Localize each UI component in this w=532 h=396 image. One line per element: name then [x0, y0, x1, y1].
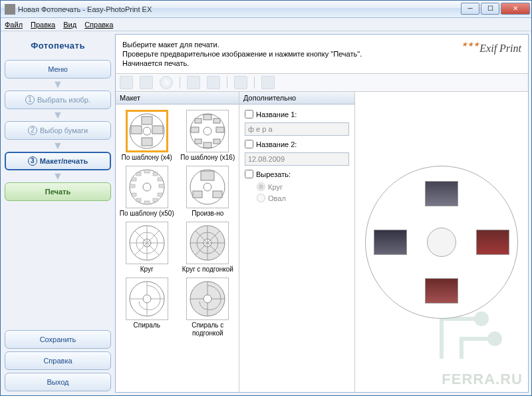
svg-rect-22	[136, 172, 141, 176]
svg-rect-23	[153, 172, 158, 176]
layout-item-spiral-fit[interactable]: Спираль с подгонкой	[178, 276, 238, 339]
toolbar-icon[interactable]	[261, 76, 275, 89]
app-icon	[5, 4, 15, 15]
layout-label: По шаблону (x50)	[120, 210, 174, 218]
close-button[interactable]: ✕	[501, 3, 530, 15]
toolbar-icon[interactable]	[140, 76, 153, 89]
svg-rect-8	[203, 114, 211, 120]
arrow-down-icon: ▼	[3, 172, 112, 181]
disc-image-top	[425, 181, 458, 206]
svg-rect-29	[158, 193, 162, 196]
disc-preview	[365, 166, 518, 319]
radio-circle[interactable]	[257, 182, 265, 191]
instruction-line: Начинается печать.	[122, 59, 521, 68]
titlebar: Новая Фотопечать - Easy-PhotoPrint EX ─ …	[1, 1, 531, 18]
preview-panel: FERRA.RU	[355, 92, 528, 392]
maximize-button[interactable]: ☐	[481, 3, 499, 15]
layout-item-x4[interactable]: По шаблону (x4)	[117, 108, 177, 163]
title1-checkbox-row[interactable]: Название 1:	[245, 110, 349, 118]
step-2-button[interactable]: 2Выбор бумаги	[5, 121, 111, 140]
svg-point-1	[143, 127, 151, 135]
layout-item-circle[interactable]: Круг	[117, 220, 177, 275]
disc-image-bottom	[425, 278, 458, 303]
svg-rect-12	[195, 118, 201, 123]
svg-rect-25	[153, 198, 158, 202]
radio-circle-row[interactable]: Круг	[257, 182, 349, 191]
crop-checkbox[interactable]	[245, 170, 253, 178]
toolbar-icon[interactable]	[187, 76, 200, 89]
layout-label: Спираль	[134, 321, 160, 329]
toolbar-icon[interactable]	[120, 76, 133, 89]
menu-edit[interactable]: Правка	[31, 21, 55, 29]
layout-label: Произв-но	[192, 210, 223, 218]
title2-checkbox[interactable]	[245, 140, 253, 148]
main-panel: Выберите макет для печати. Проверьте пре…	[115, 34, 529, 393]
svg-rect-3	[142, 138, 152, 146]
sidebar-title: Фотопечать	[3, 34, 112, 57]
disc-hole	[427, 228, 456, 257]
layout-item-x16[interactable]: По шаблону (x16)	[178, 108, 238, 163]
menu-help[interactable]: Справка	[84, 21, 113, 29]
layout-label: Спираль с подгонкой	[180, 321, 237, 337]
toolbar-icon[interactable]	[207, 76, 220, 89]
svg-point-61	[476, 313, 487, 324]
menu-button[interactable]: Меню	[5, 60, 111, 79]
crop-label: Вырезать:	[256, 170, 291, 178]
arrow-down-icon: ▼	[3, 141, 112, 150]
radio-oval-row[interactable]: Овал	[257, 194, 349, 202]
layout-item-custom[interactable]: Произв-но	[178, 164, 238, 219]
radio-oval[interactable]	[257, 194, 265, 202]
svg-rect-18	[144, 170, 150, 173]
app-window: Новая Фотопечать - Easy-PhotoPrint EX ─ …	[0, 0, 532, 396]
toolbar	[116, 73, 528, 92]
layout-item-x50[interactable]: По шаблону (x50)	[117, 164, 177, 219]
menu-file[interactable]: Файл	[5, 21, 23, 29]
svg-rect-32	[201, 171, 214, 180]
title2-input[interactable]	[245, 152, 349, 166]
arrow-down-icon: ▼	[3, 80, 112, 89]
save-button[interactable]: Сохранить	[5, 330, 111, 349]
layout-label: Круг с подгонкой	[182, 266, 233, 274]
menubar: Файл Правка Вид Справка	[1, 18, 531, 31]
svg-point-62	[489, 333, 500, 344]
menu-view[interactable]: Вид	[63, 21, 76, 29]
svg-rect-21	[159, 184, 164, 188]
title2-checkbox-row[interactable]: Название 2:	[245, 140, 349, 148]
step-1-button[interactable]: 1Выбрать изобр.	[5, 91, 111, 109]
svg-rect-9	[203, 142, 211, 148]
window-title: Новая Фотопечать - Easy-PhotoPrint EX	[18, 5, 460, 13]
layout-label: Круг	[140, 266, 154, 274]
arrow-down-icon: ▼	[3, 110, 112, 120]
layout-label: По шаблону (x4)	[122, 154, 172, 162]
title1-checkbox[interactable]	[245, 110, 253, 118]
disc-image-right	[476, 230, 509, 255]
help-button[interactable]: Справка	[5, 351, 111, 370]
exif-print-logo: ★★★Exif Print	[462, 44, 521, 55]
svg-rect-33	[193, 191, 202, 198]
svg-point-50	[143, 295, 151, 303]
svg-rect-27	[158, 178, 162, 181]
toolbar-icon[interactable]	[234, 76, 247, 89]
svg-point-7	[203, 127, 211, 135]
radio-circle-label: Круг	[268, 183, 283, 191]
layouts-header: Макет	[116, 92, 239, 104]
watermark-text: FERRA.RU	[442, 371, 523, 388]
title1-input[interactable]	[245, 122, 349, 136]
additional-panel: Дополнительно Название 1: Название 2: Вы…	[239, 92, 355, 392]
toolbar-disc-icon[interactable]	[160, 76, 173, 89]
minimize-button[interactable]: ─	[461, 3, 479, 15]
step-3-button[interactable]: 3Макет/печать	[5, 152, 111, 170]
print-button[interactable]: Печать	[5, 182, 111, 201]
svg-rect-20	[130, 184, 135, 188]
crop-checkbox-row[interactable]: Вырезать:	[245, 170, 349, 178]
layout-item-spiral[interactable]: Спираль	[117, 276, 177, 339]
additional-header: Дополнительно	[239, 92, 354, 104]
svg-rect-26	[132, 178, 136, 181]
svg-rect-34	[213, 191, 222, 198]
instructions: Выберите макет для печати. Проверьте пре…	[116, 35, 528, 73]
radio-oval-label: Овал	[268, 194, 286, 202]
layout-label: По шаблону (x16)	[180, 154, 235, 162]
layout-item-circle-fit[interactable]: Круг с подгонкой	[178, 220, 238, 275]
exit-button[interactable]: Выход	[5, 373, 111, 391]
svg-rect-14	[195, 139, 201, 144]
